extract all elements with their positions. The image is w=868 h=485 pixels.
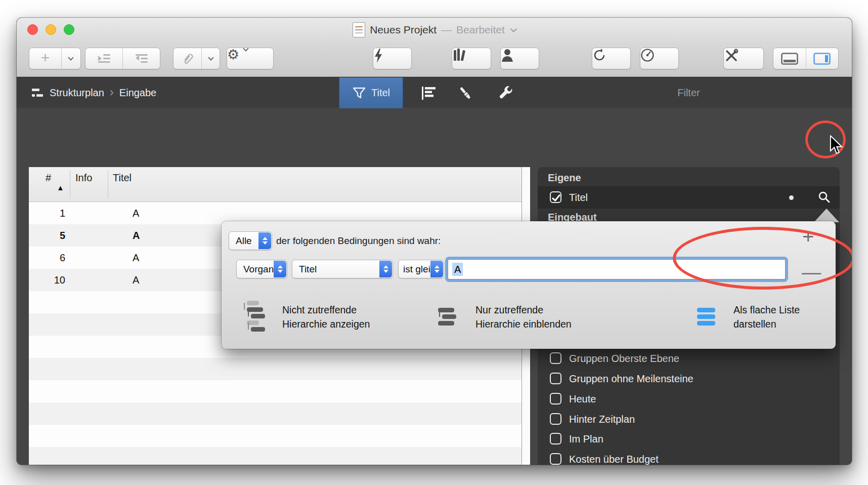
indent-button[interactable] (85, 48, 122, 69)
filter-checkbox[interactable] (550, 352, 561, 364)
sync-button[interactable] (592, 48, 631, 69)
window-title-dash: — (441, 24, 452, 36)
row-number: 6 (29, 247, 65, 269)
breadcrumb: Strukturplan › Eingabe (32, 77, 156, 108)
app-window: Neues Projekt — Bearbeitet + ⚙ (17, 18, 852, 465)
indent-group (85, 48, 160, 69)
popup-arrows-icon (379, 261, 392, 277)
active-filter-button[interactable]: Titel (339, 77, 403, 108)
wrench-icon (498, 86, 513, 101)
filter-item-label[interactable]: Im Plan (569, 432, 603, 446)
row-title: A (133, 202, 139, 224)
add-menu-button[interactable] (61, 48, 80, 69)
settings-wrench-button[interactable] (491, 77, 520, 108)
search-icon[interactable] (817, 190, 832, 205)
person-icon (501, 48, 514, 62)
layout-bottom-panel-button[interactable] (773, 48, 806, 69)
outline-list-icon (421, 86, 437, 100)
popover-tail (814, 209, 839, 222)
window-title-group: Neues Projekt — Bearbeitet (17, 18, 852, 42)
quantifier-value: Alle (236, 235, 252, 247)
attach-menu-button[interactable] (201, 48, 220, 69)
annotation-ellipse-flat-list (673, 227, 852, 290)
filter-item-label[interactable]: Gruppen ohne Meilensteine (569, 372, 693, 386)
filter-checkbox[interactable] (550, 413, 561, 425)
operator-popup[interactable]: ist gleich (398, 260, 444, 278)
filter-checkbox[interactable] (550, 373, 561, 384)
outdent-icon (135, 54, 149, 64)
option-show-nonmatching-hierarchy[interactable]: Nicht zutreffende Hierarchie anzeigen (242, 301, 370, 333)
option-label: Nicht zutreffende Hierarchie anzeigen (282, 301, 370, 333)
window-title-status[interactable]: Bearbeitet (456, 24, 505, 36)
hierarchy-dark-icon (435, 301, 464, 333)
net-speed-button[interactable] (640, 48, 679, 69)
column-header-info[interactable]: Info (75, 172, 92, 184)
wbs-outline-icon (32, 88, 44, 99)
option-label: Als flache Liste darstellen (733, 301, 800, 333)
row-number: 1 (29, 202, 65, 224)
breadcrumb-item-eingabe[interactable]: Eingabe (119, 87, 156, 99)
library-books-icon (452, 48, 466, 62)
active-filter-label: Titel (371, 87, 390, 99)
flat-list-option[interactable]: Als flache Liste darstellen (693, 301, 800, 333)
resources-button[interactable] (500, 48, 539, 69)
breadcrumb-separator: › (110, 85, 114, 99)
option-label: Nur zutreffende Hierarchie einblenden (475, 301, 572, 333)
condition-statement: der folgenden Bedingungen sind wahr: (276, 231, 441, 250)
sort-ascending-icon[interactable]: ▲ (57, 183, 64, 192)
view-filter-bar: Strukturplan › Eingabe Titel Filter (17, 77, 852, 108)
paperclip-icon (182, 52, 193, 65)
filter-item-label[interactable]: Kosten über Budget (569, 452, 659, 465)
breadcrumb-item-strukturplan[interactable]: Strukturplan (50, 87, 104, 99)
filter-item-label[interactable]: Gruppen Oberste Ebene (569, 351, 679, 366)
style-brush-button[interactable] (451, 77, 480, 108)
column-divider[interactable] (70, 170, 70, 198)
tools-button[interactable] (723, 48, 764, 69)
actions-button[interactable]: ⚙ (227, 48, 274, 69)
right-panel-icon (813, 53, 831, 65)
add-button[interactable]: + (29, 48, 61, 69)
chevron-down-icon (68, 55, 74, 60)
brush-icon (457, 86, 473, 101)
option-show-matching-hierarchy[interactable]: Nur zutreffende Hierarchie einblenden (435, 301, 572, 333)
active-dot (789, 195, 794, 200)
section-heading-eigene: Eigene (548, 172, 581, 184)
gear-icon: ⚙ (227, 48, 239, 69)
activity-button[interactable] (373, 48, 412, 69)
attach-button[interactable] (173, 48, 201, 69)
filter-row-titel[interactable]: Titel (538, 186, 840, 209)
chevron-down-icon (243, 48, 249, 52)
column-header-titel[interactable]: Titel (113, 172, 132, 184)
filter-item-label[interactable]: Hinter Zeitplan (569, 412, 635, 426)
chevron-down-icon (208, 55, 213, 60)
flat-list-icon (693, 301, 722, 333)
titel-checkbox[interactable] (550, 191, 561, 203)
outdent-button[interactable] (122, 48, 160, 69)
hierarchy-mixed-icon (242, 301, 271, 333)
quantifier-popup[interactable]: Alle (229, 231, 272, 250)
popup-arrows-icon (430, 261, 443, 277)
speedometer-icon (640, 48, 655, 62)
attach-group (173, 48, 220, 69)
row-title: A (133, 269, 139, 291)
layout-right-panel-button[interactable] (806, 48, 839, 69)
subject-popup[interactable]: Vorgang (236, 260, 287, 278)
row-number: 10 (29, 269, 65, 291)
content-area: Strukturplan › Eingabe Titel Filter # (17, 77, 852, 465)
condition-value-text: A (452, 263, 463, 276)
column-header-number[interactable]: # (46, 172, 51, 184)
panel-title: Filter (538, 77, 840, 108)
outline-view-button[interactable] (414, 77, 444, 108)
filter-item-label[interactable]: Heute (569, 392, 596, 406)
title-chevron-down-icon[interactable] (510, 26, 517, 32)
column-divider[interactable] (108, 170, 108, 198)
keypath-popup[interactable]: Titel (292, 260, 393, 278)
filter-checkbox[interactable] (550, 393, 561, 405)
filter-checkbox[interactable] (550, 453, 561, 465)
tools-icon (724, 48, 739, 63)
filter-checkbox[interactable] (550, 433, 561, 444)
main-toolbar: + ⚙ (17, 42, 852, 77)
filter-item-label: Titel (569, 190, 588, 205)
library-button[interactable] (452, 48, 491, 69)
table-header: # ▲ Info Titel (29, 167, 530, 202)
